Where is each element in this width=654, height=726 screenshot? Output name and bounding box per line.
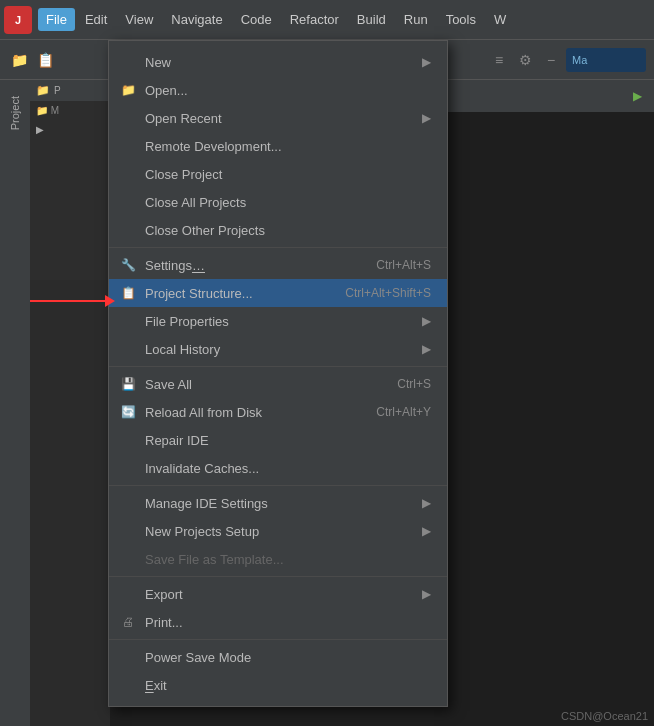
settings-label: Settings…: [145, 258, 205, 273]
local-history-arrow-icon: ▶: [422, 342, 431, 356]
exit-label: Exit: [145, 678, 167, 693]
menu-build[interactable]: Build: [349, 8, 394, 31]
menu-item-close-all-projects[interactable]: Close All Projects: [109, 188, 447, 216]
menu-item-close-other-projects[interactable]: Close Other Projects: [109, 216, 447, 244]
open-label: Open...: [145, 83, 188, 98]
save-template-label: Save File as Template...: [145, 552, 284, 567]
menu-item-exit[interactable]: Exit: [109, 671, 447, 699]
menu-group-1: New ▶ 📁 Open... Open Recent ▶ Remote Dev…: [109, 45, 447, 248]
menu-item-open-recent[interactable]: Open Recent ▶: [109, 104, 447, 132]
menu-item-file-properties[interactable]: File Properties ▶: [109, 307, 447, 335]
menu-file[interactable]: File: [38, 8, 75, 31]
open-recent-label: Open Recent: [145, 111, 222, 126]
menu-edit[interactable]: Edit: [77, 8, 115, 31]
file-props-arrow-icon: ▶: [422, 314, 431, 328]
run-config-selector[interactable]: Ma: [566, 48, 646, 72]
arrow-annotation: [30, 295, 115, 307]
menu-group-5: Export ▶ 🖨 Print...: [109, 577, 447, 640]
open-folder-icon: 📁: [119, 83, 137, 97]
print-label: Print...: [145, 615, 183, 630]
run-green-icon[interactable]: ▶: [633, 89, 642, 103]
menu-bar: J File Edit View Navigate Code Refactor …: [0, 0, 654, 40]
menu-tools[interactable]: Tools: [438, 8, 484, 31]
local-history-label: Local History: [145, 342, 220, 357]
menu-item-close-project[interactable]: Close Project: [109, 160, 447, 188]
menu-item-save-as-template: Save File as Template...: [109, 545, 447, 573]
menu-item-open[interactable]: 📁 Open...: [109, 76, 447, 104]
menu-item-remote-dev[interactable]: Remote Development...: [109, 132, 447, 160]
menu-item-manage-ide[interactable]: Manage IDE Settings ▶: [109, 489, 447, 517]
settings-wrench-icon: 🔧: [119, 258, 137, 272]
menu-item-settings[interactable]: 🔧 Settings… Ctrl+Alt+S: [109, 251, 447, 279]
file-props-label: File Properties: [145, 314, 229, 329]
equalizer-icon[interactable]: ≡: [488, 49, 510, 71]
menu-group-3: 💾 Save All Ctrl+S 🔄 Reload All from Disk…: [109, 367, 447, 486]
menu-item-local-history[interactable]: Local History ▶: [109, 335, 447, 363]
exit-label-text: xit: [154, 678, 167, 693]
tab-icons: ▶: [633, 89, 650, 103]
reload-shortcut: Ctrl+Alt+Y: [376, 405, 431, 419]
side-panel: Project: [0, 80, 30, 726]
menu-item-new-projects-setup[interactable]: New Projects Setup ▶: [109, 517, 447, 545]
repair-label: Repair IDE: [145, 433, 209, 448]
menu-item-reload-from-disk[interactable]: 🔄 Reload All from Disk Ctrl+Alt+Y: [109, 398, 447, 426]
project-panel: 📁 P 📁 M ▶: [30, 80, 110, 280]
manage-ide-label: Manage IDE Settings: [145, 496, 268, 511]
run-config-label: Ma: [572, 54, 587, 66]
menu-w[interactable]: W: [486, 8, 514, 31]
close-project-label: Close Project: [145, 167, 222, 182]
open-recent-arrow-icon: ▶: [422, 111, 431, 125]
menu-item-save-all[interactable]: 💾 Save All Ctrl+S: [109, 370, 447, 398]
menu-item-repair-ide[interactable]: Repair IDE: [109, 426, 447, 454]
close-all-label: Close All Projects: [145, 195, 246, 210]
export-arrow-icon: ▶: [422, 587, 431, 601]
menu-refactor[interactable]: Refactor: [282, 8, 347, 31]
module-icon: 📁: [36, 105, 48, 116]
run-controls: ≡ ⚙ − Ma: [488, 48, 646, 72]
ide-logo: J: [4, 6, 32, 34]
menu-item-power-save[interactable]: Power Save Mode: [109, 643, 447, 671]
project-structure-icon: 📋: [119, 286, 137, 300]
menu-item-project-structure[interactable]: 📋 Project Structure... Ctrl+Alt+Shift+S: [109, 279, 447, 307]
export-label: Export: [145, 587, 183, 602]
menu-run[interactable]: Run: [396, 8, 436, 31]
menu-group-6: Power Save Mode Exit: [109, 640, 447, 702]
folder-small-icon: 📁: [36, 84, 50, 97]
save-all-shortcut: Ctrl+S: [397, 377, 431, 391]
project-structure-label: Project Structure...: [145, 286, 253, 301]
reload-icon: 🔄: [119, 405, 137, 419]
save-all-label: Save All: [145, 377, 192, 392]
menu-view[interactable]: View: [117, 8, 161, 31]
remote-dev-label: Remote Development...: [145, 139, 282, 154]
new-projects-label: New Projects Setup: [145, 524, 259, 539]
power-save-label: Power Save Mode: [145, 650, 251, 665]
watermark: CSDN@Ocean21: [561, 710, 648, 722]
invalidate-label: Invalidate Caches...: [145, 461, 259, 476]
ide-background: J File Edit View Navigate Code Refactor …: [0, 0, 654, 726]
menu-code[interactable]: Code: [233, 8, 280, 31]
chevron-right-icon: ▶: [36, 124, 44, 135]
menu-item-invalidate-caches[interactable]: Invalidate Caches...: [109, 454, 447, 482]
project-panel-header: 📁 P: [30, 80, 109, 101]
project-structure-shortcut: Ctrl+Alt+Shift+S: [345, 286, 431, 300]
settings-shortcut: Ctrl+Alt+S: [376, 258, 431, 272]
settings-icon[interactable]: ⚙: [514, 49, 536, 71]
new-projects-arrow-icon: ▶: [422, 524, 431, 538]
arrow-line: [30, 300, 105, 302]
close-other-label: Close Other Projects: [145, 223, 265, 238]
minus-icon[interactable]: −: [540, 49, 562, 71]
folder-icon[interactable]: 📁: [8, 49, 30, 71]
project-tree-item[interactable]: 📁 M: [30, 101, 109, 120]
menu-item-export[interactable]: Export ▶: [109, 580, 447, 608]
expand-item[interactable]: ▶: [30, 120, 109, 139]
new-arrow-icon: ▶: [422, 55, 431, 69]
menu-item-print[interactable]: 🖨 Print...: [109, 608, 447, 636]
menu-group-2: 🔧 Settings… Ctrl+Alt+S 📋 Project Structu…: [109, 248, 447, 367]
save-all-icon: 💾: [119, 377, 137, 391]
menu-navigate[interactable]: Navigate: [163, 8, 230, 31]
project-label: Project: [9, 96, 21, 130]
nav-icon[interactable]: 📋: [34, 49, 56, 71]
manage-ide-arrow-icon: ▶: [422, 496, 431, 510]
reload-label: Reload All from Disk: [145, 405, 262, 420]
menu-item-new[interactable]: New ▶: [109, 48, 447, 76]
